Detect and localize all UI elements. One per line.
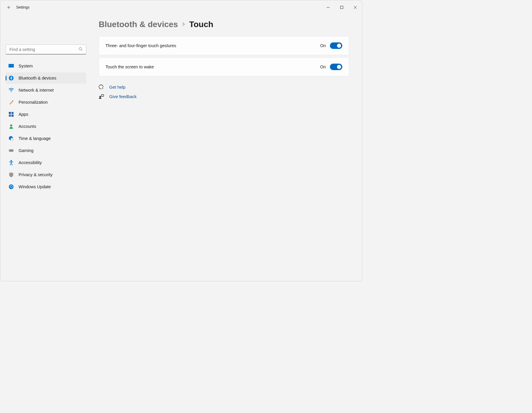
help-link-text: Give feedback (109, 94, 137, 99)
svg-line-5 (82, 50, 83, 51)
help-links: Get help Give feedback (99, 85, 349, 99)
maximize-icon (340, 6, 343, 9)
toggle-state-text: On (320, 43, 326, 48)
minimize-button[interactable] (321, 3, 335, 12)
svg-point-4 (79, 47, 82, 50)
wifi-icon (9, 87, 14, 93)
sidebar-item-label: Bluetooth & devices (19, 76, 56, 80)
svg-rect-7 (9, 67, 14, 67)
give-feedback-link[interactable]: Give feedback (99, 94, 349, 99)
update-icon (9, 184, 14, 189)
svg-rect-13 (9, 115, 11, 117)
svg-point-26 (101, 87, 104, 90)
sidebar-item-system[interactable]: System (6, 60, 86, 72)
sidebar-item-gaming[interactable]: Gaming (6, 145, 86, 156)
svg-rect-12 (11, 112, 14, 114)
bluetooth-icon (9, 75, 14, 81)
svg-point-24 (9, 184, 14, 189)
paintbrush-icon (9, 100, 14, 105)
svg-point-23 (11, 160, 12, 162)
toggle-wrap: On (320, 64, 342, 70)
window-controls (321, 3, 362, 12)
sidebar-item-network[interactable]: Network & internet (6, 85, 86, 96)
svg-rect-20 (9, 149, 14, 152)
app-title: Settings (16, 5, 29, 9)
sidebar-item-label: Gaming (19, 148, 34, 153)
sidebar: System Bluetooth & devices Network & int… (0, 14, 92, 281)
search-wrap (6, 44, 86, 54)
search-icon (79, 47, 83, 52)
sidebar-item-label: Network & internet (19, 88, 54, 92)
arrow-left-icon (6, 5, 11, 10)
sidebar-item-accessibility[interactable]: Accessibility (6, 157, 86, 168)
sidebar-item-privacy-security[interactable]: Privacy & security (6, 169, 86, 180)
toggle-wrap: On (320, 42, 342, 49)
sidebar-item-label: Time & language (19, 136, 51, 141)
setting-touch-to-wake[interactable]: Touch the screen to wake On (99, 57, 349, 76)
feedback-icon (99, 94, 104, 99)
chevron-right-icon (182, 22, 185, 28)
page-title: Touch (189, 20, 213, 29)
svg-rect-14 (11, 115, 14, 117)
svg-rect-1 (341, 6, 343, 9)
sidebar-item-label: System (19, 64, 33, 68)
setting-touch-gestures[interactable]: Three- and four-finger touch gestures On (99, 36, 349, 55)
accessibility-icon (9, 160, 14, 165)
titlebar: Settings (0, 0, 362, 14)
sidebar-item-label: Privacy & security (19, 172, 52, 177)
shield-icon (9, 172, 14, 177)
svg-rect-11 (9, 112, 11, 114)
sidebar-item-label: Personalization (19, 100, 48, 105)
sidebar-item-label: Accessibility (19, 160, 42, 165)
svg-rect-28 (101, 95, 104, 96)
maximize-button[interactable] (335, 3, 348, 12)
sidebar-item-label: Windows Update (19, 184, 51, 189)
svg-point-15 (10, 125, 12, 127)
sidebar-item-label: Apps (19, 112, 28, 117)
apps-icon (9, 112, 14, 117)
main-content: Bluetooth & devices Touch Three- and fou… (92, 14, 362, 281)
back-button[interactable] (3, 1, 14, 13)
svg-point-27 (100, 96, 101, 98)
nav-list: System Bluetooth & devices Network & int… (6, 60, 86, 193)
sidebar-item-accounts[interactable]: Accounts (6, 121, 86, 132)
sidebar-item-time-language[interactable]: Time & language (6, 133, 86, 144)
globe-clock-icon (9, 136, 14, 141)
svg-point-22 (12, 150, 13, 151)
breadcrumb-parent[interactable]: Bluetooth & devices (99, 20, 178, 29)
search-input[interactable] (6, 44, 86, 54)
sidebar-item-label: Accounts (19, 124, 36, 129)
minimize-icon (327, 6, 330, 9)
setting-label: Three- and four-finger touch gestures (105, 43, 176, 48)
system-icon (9, 63, 14, 69)
toggle-switch[interactable] (330, 64, 342, 70)
close-icon (354, 6, 357, 9)
breadcrumb: Bluetooth & devices Touch (99, 20, 349, 29)
settings-window: Settings (0, 0, 362, 281)
sidebar-item-windows-update[interactable]: Windows Update (6, 181, 86, 192)
toggle-switch[interactable] (330, 42, 342, 49)
gamepad-icon (9, 148, 14, 153)
help-link-text: Get help (109, 85, 125, 90)
svg-point-9 (11, 91, 11, 92)
sidebar-item-apps[interactable]: Apps (6, 109, 86, 120)
sidebar-item-personalization[interactable]: Personalization (6, 97, 86, 108)
help-icon (99, 85, 104, 90)
toggle-state-text: On (320, 65, 326, 69)
setting-label: Touch the screen to wake (105, 65, 154, 69)
person-icon (9, 124, 14, 129)
svg-point-21 (10, 150, 10, 151)
sidebar-item-bluetooth-devices[interactable]: Bluetooth & devices (6, 72, 86, 84)
close-button[interactable] (348, 3, 362, 12)
get-help-link[interactable]: Get help (99, 85, 349, 90)
